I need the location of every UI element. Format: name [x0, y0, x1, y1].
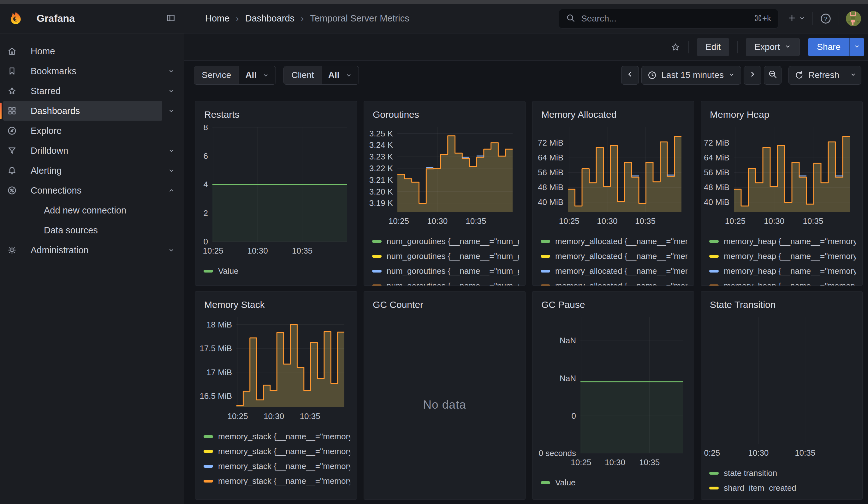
collapse-sidebar-icon[interactable]: [166, 13, 175, 24]
legend-item[interactable]: num_goroutines {__name__="num_go: [372, 234, 519, 249]
share-menu-button[interactable]: [849, 38, 864, 56]
client-filter[interactable]: Client All: [283, 66, 359, 85]
legend-item[interactable]: Value: [541, 475, 688, 490]
panel-title[interactable]: Restarts: [195, 101, 356, 125]
chart-canvas[interactable]: 72 MiB64 MiB56 MiB48 MiB40 MiB10:2510:30…: [701, 125, 862, 228]
chart-canvas[interactable]: 8642010:2510:3010:35: [195, 125, 356, 257]
legend-label: memory_heap {__name__="memory_h: [724, 281, 856, 286]
chart-canvas[interactable]: 18 MiB17.5 MiB17 MiB16.5 MiB10:2510:3010…: [195, 315, 356, 423]
svg-text:10:30: 10:30: [264, 411, 284, 421]
sidebar-item-explore[interactable]: Explore: [3, 121, 162, 141]
legend-item[interactable]: memory_stack {__name__="memory_s: [204, 474, 350, 488]
share-button[interactable]: Share: [808, 38, 849, 56]
legend-item[interactable]: memory_heap {__name__="memory_h: [709, 234, 856, 249]
help-icon[interactable]: ?: [820, 13, 832, 25]
chevron-up-icon[interactable]: [168, 187, 175, 194]
legend-marker: [372, 270, 382, 272]
chevron-down-icon[interactable]: [168, 87, 175, 95]
sidebar-item-label: Starred: [31, 86, 61, 96]
chevron-down-icon[interactable]: [168, 67, 175, 75]
panel-title[interactable]: Memory Allocated: [533, 101, 694, 125]
sidebar-item-drilldown[interactable]: Drilldown: [3, 141, 162, 161]
breadcrumb-item[interactable]: Dashboards: [245, 13, 294, 24]
compass-icon: [7, 126, 17, 136]
plug-icon: [7, 185, 17, 195]
svg-text:10:35: 10:35: [300, 411, 320, 421]
legend-item[interactable]: state transition: [709, 466, 856, 481]
breadcrumb-item[interactable]: Home: [205, 13, 229, 24]
sidebar-item-home[interactable]: Home: [3, 41, 162, 61]
chart-canvas[interactable]: 3.25 K3.24 K3.23 K3.22 K3.21 K3.20 K3.19…: [364, 125, 525, 228]
time-range-picker[interactable]: Last 15 minutes: [641, 66, 741, 85]
breadcrumb-separator-icon: ›: [236, 13, 239, 24]
legend-item[interactable]: num_goroutines {__name__="num_go: [372, 249, 519, 264]
sidebar-item-label: Alerting: [31, 165, 62, 176]
gear-icon: [7, 245, 17, 255]
brand-name: Grafana: [37, 13, 75, 24]
sidebar-item-starred[interactable]: Starred: [3, 81, 162, 101]
svg-text:0: 0: [204, 237, 208, 246]
legend-label: memory_stack {__name__="memory_s: [218, 446, 350, 456]
legend-marker: [541, 285, 550, 286]
legend-item[interactable]: num_goroutines {__name__="num_go: [372, 264, 519, 278]
zoom-out-button[interactable]: [764, 66, 782, 85]
legend-item[interactable]: memory_heap {__name__="memory_h: [709, 264, 856, 278]
legend-item[interactable]: shard_item_created: [709, 481, 856, 495]
sidebar-item-alerting[interactable]: Alerting: [3, 161, 162, 180]
panel-title[interactable]: GC Pause: [533, 291, 694, 315]
svg-text:56 MiB: 56 MiB: [704, 168, 730, 177]
avatar[interactable]: [846, 11, 861, 26]
panel-title[interactable]: Memory Heap: [701, 101, 862, 125]
legend-item[interactable]: memory_heap {__name__="memory_h: [709, 278, 856, 286]
sidebar-item-connections[interactable]: Connections: [3, 181, 162, 200]
export-button[interactable]: Export: [746, 38, 800, 56]
sidebar-item-bookmarks[interactable]: Bookmarks: [3, 61, 162, 81]
legend-label: memory_heap {__name__="memory_h: [724, 237, 856, 246]
legend-item[interactable]: num_goroutines {__name__="num_go: [372, 278, 519, 286]
panel-title[interactable]: Goroutines: [364, 101, 525, 125]
service-filter[interactable]: Service All: [194, 66, 276, 85]
legend-item[interactable]: memory_allocated {__name__="memo: [541, 264, 688, 278]
add-button[interactable]: [787, 13, 806, 24]
refresh-button[interactable]: Refresh: [788, 66, 845, 85]
sidebar-item-dashboards[interactable]: Dashboards: [3, 101, 162, 121]
chart-canvas[interactable]: 0:2510:3010:35: [701, 315, 862, 460]
svg-text:3.22 K: 3.22 K: [369, 164, 393, 173]
chevron-down-icon[interactable]: [168, 107, 175, 115]
legend-item[interactable]: memory_allocated {__name__="memo: [541, 278, 688, 286]
sidebar-item-administration[interactable]: Administration: [3, 240, 162, 260]
legend-marker: [372, 255, 382, 258]
chevron-left-icon: [625, 70, 635, 81]
legend-item[interactable]: memory_stack {__name__="memory_s: [204, 429, 350, 444]
legend-item[interactable]: memory_stack {__name__="memory_s: [204, 444, 350, 459]
chart-canvas[interactable]: 72 MiB64 MiB56 MiB48 MiB40 MiB10:2510:30…: [533, 125, 694, 228]
edit-button[interactable]: Edit: [697, 38, 729, 56]
svg-text:48 MiB: 48 MiB: [704, 183, 730, 192]
legend-marker: [709, 270, 719, 272]
panel-title[interactable]: Memory Stack: [195, 291, 356, 315]
chart-canvas[interactable]: NaNNaN00 seconds10:2510:3010:35: [533, 315, 694, 469]
legend-label: Value: [555, 478, 576, 487]
refresh-interval-button[interactable]: [845, 66, 861, 85]
legend-item[interactable]: memory_allocated {__name__="memo: [541, 249, 688, 264]
sidebar-item-add-new-connection[interactable]: Add new connection: [3, 200, 162, 220]
time-shift-back-button[interactable]: [621, 66, 639, 85]
favorite-star-icon[interactable]: [671, 42, 680, 52]
time-shift-forward-button[interactable]: [744, 66, 761, 85]
grafana-logo-icon[interactable]: [8, 11, 23, 26]
search-box[interactable]: ⌘+k: [559, 9, 778, 28]
chevron-down-icon[interactable]: [168, 167, 175, 174]
panel-title[interactable]: State Transition: [701, 291, 862, 315]
legend-item[interactable]: memory_stack {__name__="memory_s: [204, 459, 350, 474]
chevron-down-icon[interactable]: [168, 147, 175, 154]
client-filter-value[interactable]: All: [322, 66, 359, 84]
svg-text:17 MiB: 17 MiB: [206, 368, 232, 377]
legend-item[interactable]: Value: [204, 264, 350, 278]
breadcrumb-separator-icon: ›: [301, 13, 304, 24]
search-input[interactable]: [580, 13, 749, 24]
service-filter-value[interactable]: All: [239, 66, 276, 84]
legend-item[interactable]: memory_heap {__name__="memory_h: [709, 249, 856, 264]
legend-item[interactable]: memory_allocated {__name__="memo: [541, 234, 688, 249]
chevron-down-icon[interactable]: [168, 246, 175, 254]
sidebar-item-data-sources[interactable]: Data sources: [3, 220, 162, 240]
